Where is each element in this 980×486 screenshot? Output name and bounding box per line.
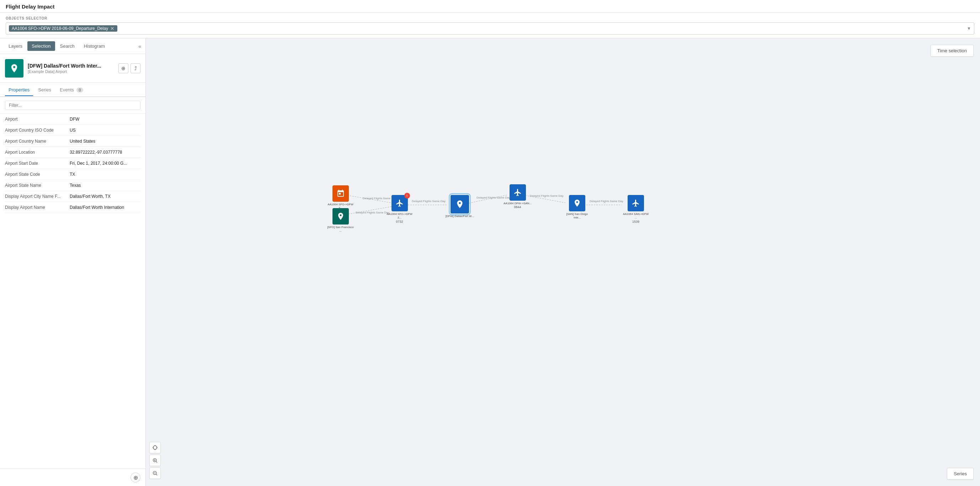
node-time: 1539 xyxy=(632,220,640,223)
zoom-out-icon xyxy=(152,470,158,476)
node-label: [SFO] San Francisco ... xyxy=(327,226,354,233)
svg-text:Delayed Flights Same Day: Delayed Flights Same Day xyxy=(530,194,563,198)
app-header: Flight Delay Impact xyxy=(0,0,980,13)
selector-tag: AA1004 SFO->DFW 2018-06-09_Departure_Del… xyxy=(9,25,117,32)
node-label: AA1064 DFW->SAN... xyxy=(504,202,531,205)
prop-value: Dallas/Fort Worth, TX xyxy=(70,194,140,199)
left-panel: Layers Selection Search Histogram « [DFW… xyxy=(0,38,146,486)
prop-tab-series[interactable]: Series xyxy=(35,84,55,96)
calendar-icon xyxy=(336,189,345,198)
svg-text:Delayed Flights Same Day: Delayed Flights Same Day xyxy=(412,199,445,203)
location-pin-icon xyxy=(336,212,345,221)
crosshair-icon xyxy=(152,445,158,451)
panel-footer: ⊕ xyxy=(0,468,145,486)
prop-value: US xyxy=(70,128,140,133)
prop-value: TX xyxy=(70,172,140,177)
prop-row-location: Airport Location 32.89722222,-97.0377777… xyxy=(5,147,140,158)
prop-key: Display Airport City Name F... xyxy=(5,194,65,199)
prop-key: Airport Country ISO Code xyxy=(5,128,65,133)
tab-layers[interactable]: Layers xyxy=(4,41,27,51)
svg-point-12 xyxy=(153,446,157,450)
selector-tag-close[interactable]: ✕ xyxy=(110,26,115,31)
tab-search[interactable]: Search xyxy=(56,41,79,51)
svg-line-18 xyxy=(156,461,157,462)
graph-node-5[interactable]: AA1064 DFW->SAN... 0844 xyxy=(504,184,531,209)
series-button[interactable]: Series xyxy=(947,468,974,480)
node-label: AA1064 SAN->DFW ... xyxy=(622,212,650,220)
prop-value: Texas xyxy=(70,183,140,188)
prop-row-state-code: Airport State Code TX xyxy=(5,169,140,180)
svg-text:Delayed Flights Same Day: Delayed Flights Same Day xyxy=(356,211,389,214)
node-label: [SAN] San Diego Inte... xyxy=(563,212,591,220)
main-content: Layers Selection Search Histogram « [DFW… xyxy=(0,38,980,486)
prop-tab-properties[interactable]: Properties xyxy=(5,84,33,96)
node-time: 0844 xyxy=(514,205,521,209)
prop-value: Dallas/Fort Worth Internation xyxy=(70,205,140,210)
prop-value: United States xyxy=(70,139,140,144)
graph-node-6[interactable]: [SAN] San Diego Inte... xyxy=(563,195,591,220)
prop-key: Airport Location xyxy=(5,150,65,155)
prop-row-country-name: Airport Country Name United States xyxy=(5,136,140,147)
graph-svg: Delayed Flights Same Day Delayed Flights… xyxy=(146,38,980,486)
prop-row-city-name: Display Airport City Name F... Dallas/Fo… xyxy=(5,191,140,202)
graph-node-7[interactable]: AA1064 SAN->DFW ... 1539 xyxy=(622,195,650,223)
prop-tab-events[interactable]: Events 0 xyxy=(56,84,86,96)
node-label: AA1004 SFO->DFW 2... xyxy=(386,212,413,220)
location-san-icon xyxy=(573,199,581,207)
zoom-in-icon xyxy=(152,457,158,463)
properties-table: Airport DFW Airport Country ISO Code US … xyxy=(0,114,145,468)
zoom-in-button[interactable] xyxy=(150,455,161,466)
object-export-button[interactable]: ⤴ xyxy=(130,63,140,73)
prop-row-start-date: Airport Start Date Fri, Dec 1, 2017, 24:… xyxy=(5,158,140,169)
prop-value: Fri, Dec 1, 2017, 24:00:00 G... xyxy=(70,161,140,166)
location-icon xyxy=(9,63,19,73)
notification-badge: ! xyxy=(404,193,410,199)
location-selected-icon xyxy=(455,199,465,209)
prop-row-country-iso: Airport Country ISO Code US xyxy=(5,125,140,136)
filter-input-wrap xyxy=(0,97,145,114)
plane-icon xyxy=(395,199,404,207)
filter-input[interactable] xyxy=(5,101,140,110)
prop-value: DFW xyxy=(70,117,140,122)
prop-key: Airport State Name xyxy=(5,183,65,188)
plane-icon-2 xyxy=(514,188,522,197)
graph-node-1[interactable]: AA1004 SFO->DFW 2... xyxy=(327,185,354,210)
prop-key: Display Airport Name xyxy=(5,205,65,210)
right-panel[interactable]: Time selection Delayed Flights Same Day … xyxy=(146,38,980,486)
prop-row-state-name: Airport State Name Texas xyxy=(5,180,140,191)
selector-dropdown-arrow[interactable]: ▼ xyxy=(967,26,971,31)
selected-object-card: [DFW] Dallas/Fort Worth Inter... [Exampl… xyxy=(0,54,145,83)
svg-line-0 xyxy=(347,195,391,203)
panel-collapse-button[interactable]: « xyxy=(138,43,141,49)
prop-row-airport: Airport DFW xyxy=(5,114,140,125)
prop-key: Airport xyxy=(5,117,65,122)
app-container: Flight Delay Impact OBJECTS SELECTOR AA1… xyxy=(0,0,980,486)
events-badge: 0 xyxy=(76,88,83,92)
object-name: [DFW] Dallas/Fort Worth Inter... xyxy=(28,63,114,69)
graph-node-2[interactable]: [SFO] San Francisco ... xyxy=(327,208,354,233)
add-property-button[interactable]: ⊕ xyxy=(130,472,140,483)
graph-node-4[interactable]: [DFW] Dallas/Fort W... xyxy=(445,195,474,218)
prop-tabs: Properties Series Events 0 xyxy=(0,83,145,97)
object-center-button[interactable]: ⊕ xyxy=(118,63,128,73)
objects-selector-bar: OBJECTS SELECTOR AA1004 SFO->DFW 2018-06… xyxy=(0,13,980,38)
prop-value: 32.89722222,-97.03777778 xyxy=(70,150,140,155)
zoom-out-button[interactable] xyxy=(150,467,161,479)
panel-tabs: Layers Selection Search Histogram « xyxy=(0,38,145,54)
prop-key: Airport Start Date xyxy=(5,161,65,166)
graph-node-3[interactable]: ! AA1004 SFO->DFW 2... 0732 xyxy=(386,195,413,223)
time-selection-button[interactable]: Time selection xyxy=(931,45,974,57)
tab-selection[interactable]: Selection xyxy=(27,41,55,51)
selector-tag-text: AA1004 SFO->DFW 2018-06-09_Departure_Del… xyxy=(12,26,108,31)
tab-histogram[interactable]: Histogram xyxy=(80,41,109,51)
objects-selector-label: OBJECTS SELECTOR xyxy=(6,16,974,20)
object-icon-box xyxy=(5,59,24,78)
node-time: 0732 xyxy=(396,220,403,223)
svg-text:Delayed Flights Same Day: Delayed Flights Same Day xyxy=(590,199,624,203)
prop-row-display-name: Display Airport Name Dallas/Fort Worth I… xyxy=(5,202,140,213)
object-subtitle: [Example Data] Airport xyxy=(28,69,114,74)
selector-input[interactable]: AA1004 SFO->DFW 2018-06-09_Departure_Del… xyxy=(6,22,974,35)
object-actions: ⊕ ⤴ xyxy=(118,63,140,73)
node-label: [DFW] Dallas/Fort W... xyxy=(445,215,474,218)
crosshair-button[interactable] xyxy=(150,442,161,453)
